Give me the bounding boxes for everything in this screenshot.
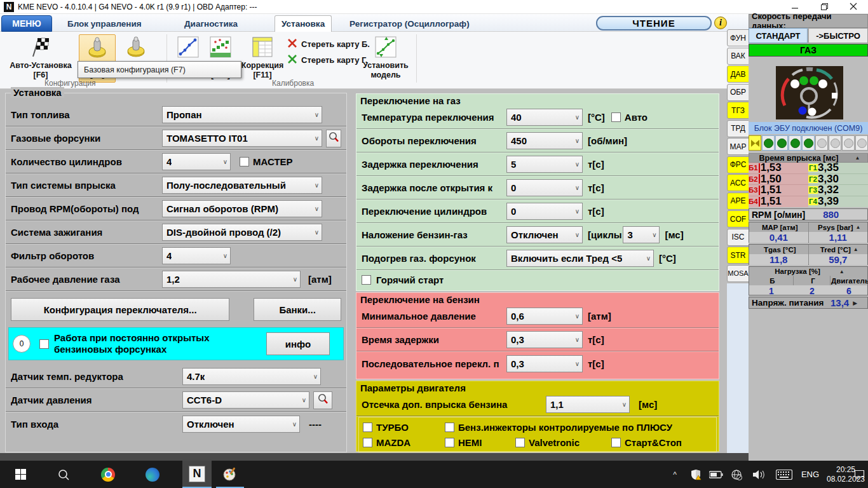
edge-icon[interactable] [139, 461, 166, 488]
overlap-cycles-select[interactable]: 3 [623, 226, 660, 243]
info-button[interactable]: инфо [266, 332, 330, 355]
petrol-cutoff-label: Отсечка доп. впрыска бензина [362, 399, 546, 410]
open-petrol-injectors-checkbox[interactable] [39, 339, 49, 349]
tred-header[interactable]: Tred [°C] [809, 245, 868, 254]
pressure-sensor-select[interactable]: CCT6-D [182, 391, 309, 409]
set-model-button[interactable]: Установить модель [357, 36, 414, 80]
reducer-sensor-select[interactable]: 4.7к [182, 368, 321, 385]
tab-recorder[interactable]: Регистратор (Осциллограф) [343, 15, 476, 32]
input-type-select[interactable]: Отключен [182, 416, 300, 433]
switch-delay-row: Задержка переключения 5 т[с] [356, 153, 719, 177]
menu-button[interactable]: МЕНЮ [1, 15, 52, 32]
delay-time-select[interactable]: 0,3 [506, 331, 583, 348]
minimize-button[interactable] [780, 0, 810, 13]
restore-button[interactable] [810, 0, 839, 13]
switch-temp-select[interactable]: 40 [506, 109, 583, 126]
rpm-value: 880 [823, 209, 839, 220]
tray-expand-caret[interactable]: ^ [668, 461, 681, 488]
gas-pressure-select[interactable]: 1,2 [162, 271, 301, 288]
side-tab-vak[interactable]: ВАК [727, 48, 749, 65]
hot-start-checkbox[interactable] [362, 275, 371, 285]
fuel-mode-banner[interactable]: ГАЗ [749, 44, 868, 57]
network-globe-icon[interactable] [727, 461, 746, 488]
cylinder-switch-label: Переключение цилиндров [362, 206, 506, 217]
cylinders-select[interactable]: 4 [162, 153, 231, 170]
side-tab-are[interactable]: АРЕ [727, 193, 749, 210]
start-button[interactable] [6, 461, 34, 488]
kme-nevo-taskbar-icon[interactable]: N [182, 461, 212, 488]
master-checkbox[interactable] [240, 157, 249, 166]
rpm-filter-select[interactable]: 4 [162, 247, 231, 264]
petrol-cutoff-select[interactable]: 1,1 [546, 396, 630, 413]
voltage-row[interactable]: Напряж. питания 13,4 [749, 297, 868, 309]
cylinder-switch-select[interactable]: 0 [506, 203, 583, 220]
turbo-checkbox[interactable] [363, 423, 372, 432]
map-psys-box: MAP [атм] 0,41 Psys [bar] 1,11 [749, 222, 868, 243]
injector-search-button[interactable] [326, 130, 341, 147]
rpm-wire-select[interactable]: Сигнал оборотов (RPM) [162, 200, 322, 217]
side-tab-acc[interactable]: АСС [727, 174, 749, 191]
banks-button[interactable]: Банки... [254, 298, 341, 321]
side-tab-cof[interactable]: COF [727, 210, 749, 227]
valvetronic-checkbox[interactable] [515, 438, 525, 447]
notification-icon[interactable] [850, 461, 868, 488]
correction-button[interactable]: Коррекция [F11] [239, 36, 286, 80]
advanced-config-button[interactable] [119, 36, 153, 60]
gas-injector-led-3 [789, 135, 801, 151]
switch-rpm-select[interactable]: 450 [506, 132, 583, 149]
side-tab-trd[interactable]: ТРД [727, 120, 749, 137]
language-indicator[interactable]: ENG [798, 461, 822, 488]
injector-led-row [749, 135, 868, 151]
tab-installation[interactable]: Установка [275, 15, 332, 32]
side-tab-isc[interactable]: ISC [727, 229, 749, 246]
model-chart-button[interactable] [173, 36, 203, 61]
battery-icon[interactable] [707, 461, 726, 488]
start-stop-checkbox[interactable] [611, 438, 621, 447]
info-icon[interactable]: i [714, 17, 727, 29]
search-icon[interactable] [50, 461, 78, 488]
side-tab-str[interactable]: STR [727, 247, 749, 264]
side-tab-obr[interactable]: ОБР [727, 84, 749, 101]
switch-delay-select[interactable]: 5 [506, 156, 583, 173]
read-button[interactable]: ЧТЕНИЕ [596, 16, 712, 30]
heating-select[interactable]: Включить если Тред <5 [506, 250, 654, 267]
ignition-select[interactable]: DIS-двойной провод (/2) [162, 224, 322, 241]
fast-speed-button[interactable]: ->БЫСТРО [808, 28, 868, 43]
tab-control-unit[interactable]: Блок управления [61, 15, 148, 32]
psys-header[interactable]: Psys [bar] [809, 222, 868, 232]
close-button[interactable] [839, 0, 868, 13]
load-g-header: Г [794, 276, 831, 285]
injection-type-select[interactable]: Полу-последовательный [162, 177, 322, 194]
bowtie-indicator-icon[interactable] [749, 135, 761, 151]
mazda-checkbox[interactable] [363, 438, 372, 447]
auto-install-button[interactable]: Авто-Установка [F6] [5, 36, 76, 80]
pressure-sensor-search-button[interactable] [313, 391, 332, 409]
side-tab-tgz[interactable]: ТГЗ [727, 102, 749, 119]
side-tab-map[interactable]: MAP [727, 138, 749, 155]
side-tab-mosa[interactable]: MOSA [727, 265, 749, 282]
delay-after-open-select[interactable]: 0 [506, 179, 583, 196]
cylinder-switch-row: Переключение цилиндров 0 т[с] [356, 200, 719, 224]
side-tab-frs[interactable]: ФРС [727, 156, 749, 173]
side-tab-fun[interactable]: ФУН [727, 29, 749, 46]
min-pressure-select[interactable]: 0,6 [506, 308, 583, 325]
standard-speed-button[interactable]: СТАНДАРТ [749, 28, 808, 43]
tab-diagnostics[interactable]: Диагностика [178, 15, 244, 32]
erase-map-g-button[interactable]: Стереть карту Г. [287, 54, 367, 66]
speaker-icon[interactable] [749, 461, 770, 488]
fuel-type-select[interactable]: Пропан [162, 106, 322, 123]
keyboard-icon[interactable] [773, 461, 796, 488]
load-header[interactable]: Нагрузка [%] [749, 267, 867, 276]
overlap-select[interactable]: Отключен [506, 226, 583, 243]
switch-config-button[interactable]: Конфигурация переключателя... [11, 298, 229, 321]
temp-auto-checkbox[interactable] [611, 112, 621, 122]
gas-injectors-select[interactable]: TOMASETTO IT01 [162, 130, 322, 147]
hemi-checkbox[interactable] [445, 438, 454, 447]
app-logo-icon: N [4, 2, 14, 12]
chrome-icon[interactable] [94, 461, 122, 488]
plus-injectors-checkbox[interactable] [445, 423, 454, 432]
sequential-switch-select[interactable]: 0,3 [506, 355, 583, 372]
paint-taskbar-icon[interactable] [216, 461, 244, 488]
security-shield-icon[interactable] [686, 461, 705, 488]
side-tab-dav[interactable]: ДАВ [727, 65, 749, 83]
